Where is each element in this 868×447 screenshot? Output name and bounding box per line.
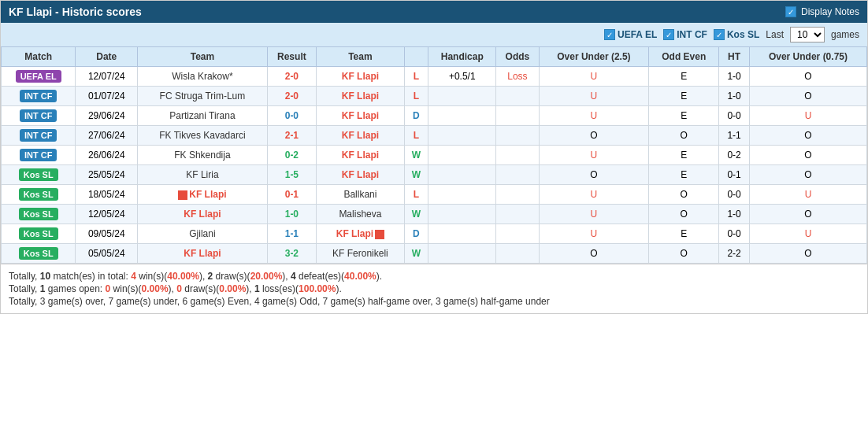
date-cell: 26/06/24 (76, 146, 138, 165)
odds-cell (496, 106, 539, 126)
match-type-cell: INT CF (2, 87, 76, 106)
odds-cell (496, 87, 539, 106)
match-type-cell: UEFA EL (2, 67, 76, 87)
team1-cell: KF Liria (138, 165, 267, 185)
table-row: UEFA EL12/07/24Wisla Krakow*2-0KF LlapiL… (2, 67, 867, 87)
odd-even-cell: E (649, 146, 719, 165)
odd-even-cell: E (649, 165, 719, 185)
col-over-under-075: Over Under (0.75) (749, 47, 866, 67)
result-cell: 1-0 (267, 205, 316, 224)
team2-cell: KF Llapi (317, 165, 405, 185)
col-over-under-25: Over Under (2.5) (539, 47, 649, 67)
team1-cell: KF Llapi (138, 244, 267, 264)
ht-cell: 0-0 (719, 185, 750, 205)
date-cell: 25/05/24 (76, 165, 138, 185)
result-cell: 1-1 (267, 224, 316, 244)
handicap-cell (428, 205, 496, 224)
display-notes-label: Display Notes (801, 6, 859, 17)
team1-cell: KF Llapi (138, 205, 267, 224)
date-cell: 01/07/24 (76, 87, 138, 106)
odd-even-cell: O (649, 205, 719, 224)
col-match: Match (2, 47, 76, 67)
odds-cell (496, 205, 539, 224)
over-under-25-cell: U (539, 106, 649, 126)
page-header: KF Llapi - Historic scores ✓ Display Not… (1, 1, 867, 23)
team2-cell: KF Llapi (317, 224, 405, 244)
odd-even-cell: E (649, 106, 719, 126)
ht-cell: 1-0 (719, 67, 750, 87)
team2-cell: Malisheva (317, 205, 405, 224)
team2-cell: KF Llapi (317, 146, 405, 165)
col-team2: Team (317, 47, 405, 67)
table-row: INT CF01/07/24FC Struga Trim-Lum2-0KF Ll… (2, 87, 867, 106)
date-cell: 05/05/24 (76, 244, 138, 264)
outcome-cell: L (404, 185, 428, 205)
result-cell: 1-5 (267, 165, 316, 185)
last-label: Last (766, 29, 784, 40)
over-under-25-cell: O (539, 244, 649, 264)
date-cell: 27/06/24 (76, 126, 138, 146)
handicap-cell (428, 106, 496, 126)
odds-cell (496, 224, 539, 244)
ht-cell: 1-0 (719, 205, 750, 224)
over-under-25-cell: U (539, 224, 649, 244)
result-cell: 2-0 (267, 67, 316, 87)
odd-even-cell: O (649, 244, 719, 264)
match-type-cell: INT CF (2, 106, 76, 126)
handicap-cell (428, 185, 496, 205)
date-cell: 12/05/24 (76, 205, 138, 224)
odd-even-cell: O (649, 185, 719, 205)
over-under-25-cell: U (539, 87, 649, 106)
over-under-075-cell: O (749, 205, 866, 224)
outcome-cell: D (404, 106, 428, 126)
ht-cell: 0-1 (719, 165, 750, 185)
summary-line-1: Totally, 10 match(es) in total: 4 win(s)… (9, 271, 859, 282)
kossl-label: Kos SL (727, 29, 759, 40)
team1-cell: FK Shkendija (138, 146, 267, 165)
col-odd-even: Odd Even (649, 47, 719, 67)
date-cell: 09/05/24 (76, 224, 138, 244)
filter-bar: ✓ UEFA EL ✓ INT CF ✓ Kos SL Last 10 20 3… (1, 23, 867, 46)
uefa-label: UEFA EL (618, 29, 657, 40)
kossl-checkbox[interactable]: ✓ (714, 29, 725, 40)
match-type-cell: INT CF (2, 146, 76, 165)
date-cell: 18/05/24 (76, 185, 138, 205)
odds-cell (496, 244, 539, 264)
handicap-cell (428, 146, 496, 165)
col-empty (404, 47, 428, 67)
result-cell: 2-0 (267, 87, 316, 106)
over-under-25-cell: U (539, 185, 649, 205)
outcome-cell: W (404, 146, 428, 165)
team2-cell: KF Llapi (317, 106, 405, 126)
uefa-checkbox[interactable]: ✓ (604, 29, 615, 40)
handicap-cell (428, 165, 496, 185)
match-type-cell: Kos SL (2, 165, 76, 185)
over-under-075-cell: U (749, 224, 866, 244)
match-type-cell: Kos SL (2, 185, 76, 205)
over-under-075-cell: O (749, 87, 866, 106)
outcome-cell: L (404, 126, 428, 146)
match-type-cell: Kos SL (2, 244, 76, 264)
odds-cell (496, 185, 539, 205)
ht-cell: 1-0 (719, 87, 750, 106)
display-notes-checkbox[interactable]: ✓ (785, 6, 796, 17)
team2-cell: KF Feronikeli (317, 244, 405, 264)
intcf-checkbox[interactable]: ✓ (663, 29, 674, 40)
team2-cell: KF Llapi (317, 67, 405, 87)
games-select[interactable]: 10 20 30 (790, 27, 825, 42)
ht-cell: 2-2 (719, 244, 750, 264)
ht-cell: 0-0 (719, 106, 750, 126)
team1-cell: KF Llapi (138, 185, 267, 205)
odds-cell (496, 126, 539, 146)
team1-cell: FK Tikves Kavadarci (138, 126, 267, 146)
outcome-cell: D (404, 224, 428, 244)
odd-even-cell: E (649, 224, 719, 244)
result-cell: 0-2 (267, 146, 316, 165)
result-cell: 0-0 (267, 106, 316, 126)
outcome-cell: W (404, 165, 428, 185)
summary-line-3: Totally, 3 game(s) over, 7 game(s) under… (9, 296, 859, 307)
outcome-cell: L (404, 87, 428, 106)
odd-even-cell: E (649, 87, 719, 106)
summary-line-2: Totally, 1 games open: 0 win(s)(0.00%), … (9, 283, 859, 294)
ht-cell: 1-1 (719, 126, 750, 146)
